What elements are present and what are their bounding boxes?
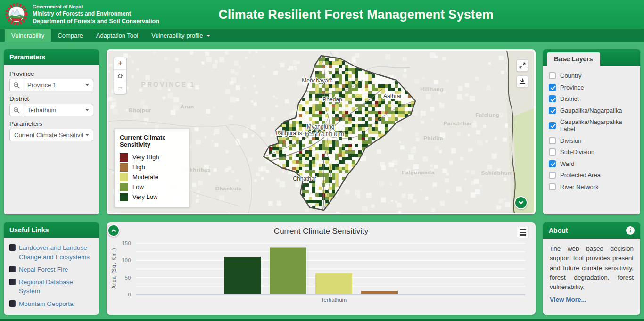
checkbox-gaupalika-nagarpalika[interactable] (549, 107, 556, 114)
base-layers-panel: Base Layers CountryProvinceDistrictGaupa… (543, 49, 640, 214)
fullscreen-button[interactable] (516, 59, 528, 72)
tab-vulnerability[interactable]: Vulnerability (5, 29, 51, 42)
region-label: Falgunanda (402, 170, 435, 175)
region-label: Dhankuta (215, 186, 242, 191)
app-header: Government of Nepal Ministry of Forests … (0, 0, 644, 29)
home-extent-button[interactable] (114, 69, 126, 82)
x-category-label: Terhathum (321, 297, 347, 303)
base-layer-river-network[interactable]: River Network (549, 183, 635, 190)
download-map-button[interactable] (516, 75, 528, 88)
zoom-out-button[interactable]: − (114, 82, 126, 94)
layer-label: Ward (560, 160, 575, 167)
useful-links-panel-title: Useful Links (9, 226, 49, 234)
chart-bar-low (270, 247, 306, 295)
useful-link-nepal-forest-fire[interactable]: Nepal Forest Fire (19, 265, 68, 274)
base-layer-province[interactable]: Province (549, 84, 635, 91)
chart-export-menu-button[interactable] (517, 227, 529, 238)
fullscreen-icon (519, 62, 526, 69)
y-tick-label: 100 (122, 257, 131, 263)
useful-link-mountain-geoportal[interactable]: Mountain Geoportal (19, 299, 75, 309)
about-text: The web based decision support tool prov… (550, 244, 634, 292)
gaupalika-label: Aathrai (383, 93, 401, 99)
map-canvas[interactable]: PROVINCE 1BhojpurArunPakhribasDhankutaHi… (108, 51, 534, 213)
y-tick-label: 50 (125, 275, 131, 280)
region-label: Hilihang (420, 86, 443, 92)
book-icon (9, 300, 16, 307)
legend-row-low: Low (120, 182, 184, 192)
useful-link-item: Nepal Forest Fire (9, 265, 93, 274)
chart-title: Current Climate Sensitivity (107, 222, 536, 236)
district-select[interactable]: Terhathum (23, 104, 93, 116)
about-panel-header: About i (543, 222, 640, 239)
useful-link-regional-database-system[interactable]: Regional Database System (19, 278, 93, 296)
map-collapse-button[interactable] (514, 196, 528, 209)
y-axis-title: Area (Sq. Km.) (111, 248, 116, 289)
nepal-emblem-logo (5, 3, 28, 26)
checkbox-division[interactable] (549, 137, 556, 144)
checkbox-ward[interactable] (549, 160, 556, 167)
legend-row-very-high: Very High (120, 152, 184, 162)
tab-adaptation-tool[interactable]: Adaptation Tool (90, 29, 145, 42)
checkbox-country[interactable] (549, 72, 556, 79)
region-label: Arun (181, 104, 194, 109)
parameters-select[interactable]: Current Climate Sensitivity (9, 129, 93, 141)
about-panel-title: About (549, 227, 568, 234)
province-select-wrap: Province 1 (23, 79, 93, 91)
base-layer-sub-division[interactable]: Sub-Division (549, 148, 635, 156)
main-content: Parameters ProvinceProvince 1DistrictTer… (0, 42, 644, 315)
zoom-in-button[interactable]: + (114, 57, 126, 69)
base-layer-protected-area[interactable]: Protected Area (549, 172, 635, 179)
base-layer-country[interactable]: Country (549, 72, 635, 79)
base-layer-ward[interactable]: Ward (549, 160, 635, 167)
brand-text: Government of Nepal Ministry of Forests … (33, 4, 159, 25)
page-title: Climate Resilient Forest Management Syst… (218, 8, 494, 22)
region-label: Phidim (423, 135, 443, 141)
book-icon (9, 266, 16, 272)
checkbox-sub-division[interactable] (549, 148, 556, 156)
checkbox-gaupalika-nagarpalika-label[interactable] (549, 122, 556, 129)
base-layer-gaupalika-nagarpalika-label[interactable]: Gaupalika/Nagarpalika Label (549, 118, 635, 132)
search-icon (13, 107, 20, 114)
legend-label: Very Low (132, 193, 157, 200)
tab-vulnerability-profile[interactable]: Vulnerability profile (145, 29, 216, 42)
chevron-down-icon (206, 35, 210, 37)
checkbox-protected-area[interactable] (549, 172, 556, 179)
about-panel-body: The web based decision support tool prov… (543, 239, 640, 315)
base-layers-tab[interactable]: Base Layers (547, 52, 600, 66)
legend-row-very-low: Very Low (120, 192, 184, 202)
chart-collapse-button[interactable] (107, 224, 120, 237)
gov-line1: Government of Nepal (33, 4, 159, 10)
download-icon (519, 78, 526, 85)
region-label: Falelung (475, 112, 499, 118)
view-more-link[interactable]: View More... (550, 296, 586, 303)
base-layer-district[interactable]: District (549, 95, 635, 102)
tab-compare[interactable]: Compare (51, 29, 89, 42)
layer-label: Province (560, 84, 584, 91)
parameters-panel-body: ProvinceProvince 1DistrictTerhathumParam… (4, 65, 99, 214)
province-select[interactable]: Province 1 (23, 79, 93, 91)
search-addon (9, 79, 23, 91)
map-legend-title: Current Climate Sensitivity (115, 129, 189, 152)
useful-link-landcover-and-landuse-change-and-ecosystems[interactable]: Landcover and Landuse Change and Ecosyst… (19, 243, 93, 262)
region-label: Bhojpur (129, 107, 151, 113)
checkbox-district[interactable] (549, 95, 556, 102)
useful-links-panel-header: Useful Links (4, 222, 99, 238)
layer-label: Gaupalika/Nagarpalika Label (560, 118, 635, 132)
book-icon (9, 244, 16, 251)
legend-swatch (120, 183, 128, 191)
base-layer-division[interactable]: Division (549, 137, 635, 144)
chart-bar-very-low (224, 257, 261, 295)
government-brand: Government of Nepal Ministry of Forests … (5, 3, 159, 26)
parameters-input-group: Current Climate Sensitivity (9, 129, 93, 141)
about-panel: About i The web based decision support t… (543, 222, 640, 315)
right-column: Base Layers CountryProvinceDistrictGaupa… (543, 49, 640, 315)
useful-link-item: Landcover and Landuse Change and Ecosyst… (9, 243, 93, 262)
region-label: PROVINCE 1 (141, 81, 196, 88)
checkbox-river-network[interactable] (549, 183, 556, 190)
base-layer-gaupalika-nagarpalika[interactable]: Gaupalika/Nagarpalika (549, 107, 635, 114)
legend-swatch (120, 163, 128, 172)
checkbox-province[interactable] (549, 84, 556, 91)
layer-label: Division (560, 137, 582, 144)
parameters-select-wrap: Current Climate Sensitivity (9, 129, 93, 141)
legend-label: High (132, 164, 145, 171)
